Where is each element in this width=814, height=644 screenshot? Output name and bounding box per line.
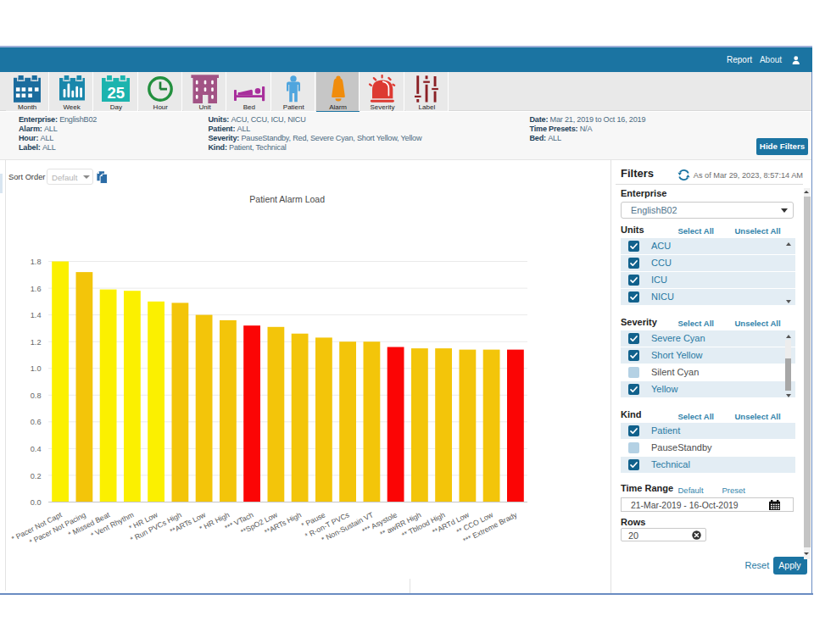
svg-text:0.2: 0.2 [31,472,42,480]
svg-text:0.8: 0.8 [31,391,42,400]
svg-text:0.0: 0.0 [31,498,42,507]
svg-text:25: 25 [108,84,125,102]
svg-text:1.4: 1.4 [31,311,42,319]
svg-text:1.0: 1.0 [31,364,42,373]
svg-text:0.6: 0.6 [31,418,42,426]
svg-text:0.4: 0.4 [31,445,42,453]
svg-text:Patient Alarm Load: Patient Alarm Load [249,194,325,204]
svg-text:1.6: 1.6 [31,285,42,293]
svg-text:1.8: 1.8 [31,258,42,266]
svg-text:1.2: 1.2 [31,338,42,347]
